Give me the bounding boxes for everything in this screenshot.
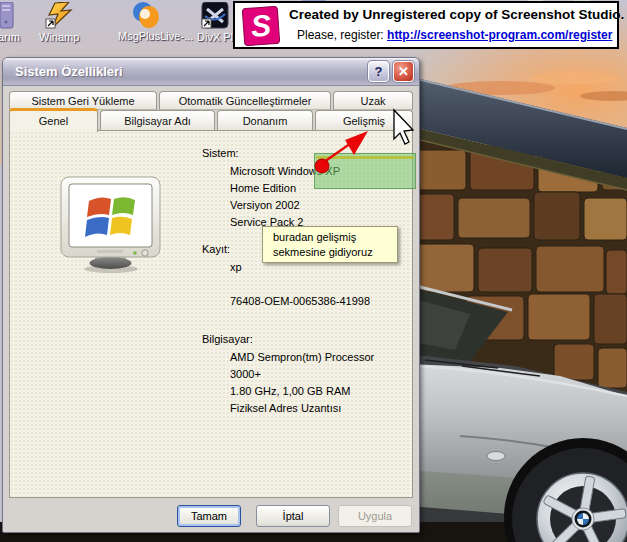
windows-monitor-icon	[59, 175, 162, 275]
system-line: Home Edition	[202, 182, 340, 199]
screenshot-studio-logo: S	[242, 6, 281, 46]
icon-label: MsgPlusLive-...	[118, 30, 193, 42]
computer-section: Bilgisayar: AMD Sempron(tm) Processor 30…	[202, 333, 374, 419]
registration-line: 76408-OEM-0065386-41998	[202, 295, 370, 312]
my-computer-icon	[0, 2, 14, 29]
system-line: Microsoft Windows XP	[202, 165, 340, 182]
desktop-icon-my-computer[interactable]: arım	[0, 2, 14, 33]
register-link[interactable]: http://screenshot-program.com/register	[387, 28, 612, 42]
computer-line: 3000+	[202, 368, 374, 385]
screenshot-studio-banner: S Created by Unregistered copy of Screen…	[233, 1, 619, 49]
desktop-icon-msgpluslive[interactable]: MsgPlusLive-...	[130, 1, 162, 33]
banner-title: Created by Unregistered copy of Screensh…	[289, 7, 617, 22]
system-label: Sistem:	[202, 147, 340, 165]
winamp-icon	[45, 2, 75, 29]
system-line: Versiyon 2002	[202, 199, 340, 216]
registration-line: xp	[202, 261, 370, 278]
tab-bilgisayar-adi[interactable]: Bilgisayar Adı	[100, 110, 215, 131]
desktop-icon-divx[interactable]: DivX Pla	[201, 2, 231, 33]
banner-register-prefix: Please, register:	[297, 28, 387, 42]
computer-line: Fiziksel Adres Uzantısı	[202, 402, 374, 419]
tab-gelismis[interactable]: Gelişmiş	[315, 110, 413, 131]
computer-label: Bilgisayar:	[202, 333, 374, 351]
icon-label: arım	[0, 31, 20, 43]
banner-register-line: Please, register: http://screenshot-prog…	[297, 28, 612, 42]
cancel-button[interactable]: İptal	[256, 505, 330, 527]
close-button[interactable]: ✕	[393, 61, 414, 82]
msgpluslive-icon	[130, 1, 162, 29]
desktop: arım Winamp MsgPlusLive-...	[0, 0, 627, 542]
tooltip-line: sekmesine gidiyoruz	[273, 245, 397, 260]
tooltip-line: buradan gelişmiş	[273, 230, 397, 245]
general-tab-page: Sistem: Microsoft Windows XP Home Editio…	[9, 130, 413, 498]
annotation-tooltip: buradan gelişmiş sekmesine gidiyoruz	[262, 226, 398, 263]
help-button[interactable]: ?	[368, 61, 389, 82]
divx-icon	[201, 2, 231, 29]
tab-donanim[interactable]: Donanım	[217, 110, 313, 131]
dialog-title: Sistem Özellikleri	[15, 64, 123, 79]
system-properties-dialog: Sistem Özellikleri ? ✕ Sistem Geri Yükle…	[2, 57, 420, 533]
system-section: Sistem: Microsoft Windows XP Home Editio…	[202, 147, 340, 233]
dialog-titlebar[interactable]: Sistem Özellikleri ? ✕	[3, 58, 419, 86]
tab-uzak[interactable]: Uzak	[333, 91, 413, 110]
apply-button[interactable]: Uygula	[338, 505, 412, 527]
tab-genel[interactable]: Genel	[9, 108, 98, 132]
computer-line: 1.80 GHz, 1,00 GB RAM	[202, 385, 374, 402]
icon-label: Winamp	[39, 31, 79, 43]
desktop-icon-winamp[interactable]: Winamp	[45, 2, 75, 33]
tab-otomatik-guncellestirmeler[interactable]: Otomatik Güncelleştirmeler	[159, 91, 331, 110]
registration-line	[202, 278, 370, 295]
ok-button[interactable]: Tamam	[177, 505, 241, 527]
computer-line: AMD Sempron(tm) Processor	[202, 351, 374, 368]
